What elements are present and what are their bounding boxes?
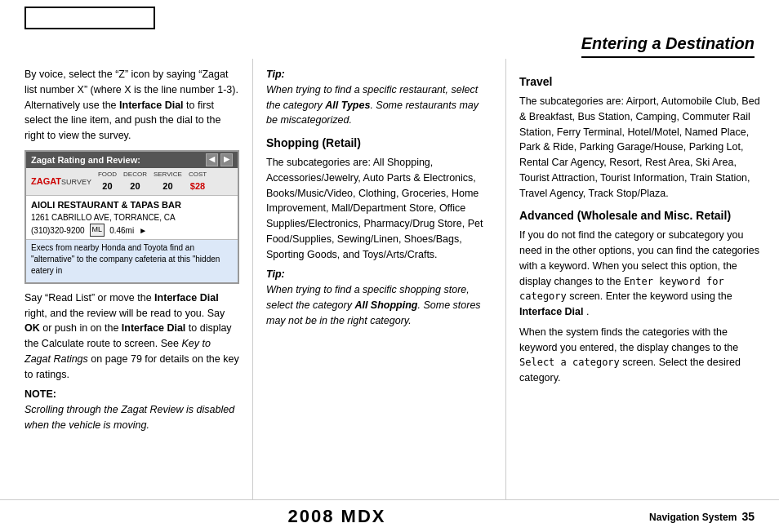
travel-text: The subcategories are: Airport, Automobi… <box>519 94 766 201</box>
middle-column: Tip: When trying to find a specific rest… <box>253 59 506 499</box>
header-box <box>24 7 155 29</box>
zagat-restaurant: AIOLI RESTAURANT & TAPAS BAR 1261 CABRIL… <box>26 196 238 240</box>
zagat-nav-buttons: ◀ ▶ <box>206 153 233 166</box>
advanced-text-3: When the system finds the categories wit… <box>519 326 738 353</box>
zagat-survey-row: ZAGATSURVEY FOOD 20 DECOR 20 SERVICE 20 <box>26 168 238 196</box>
ok-text: OK <box>24 322 40 334</box>
note-text: Scrolling through the Zagat Review is di… <box>24 404 234 431</box>
zagat-rating-box: Zagat Rating and Review: ◀ ▶ ZAGATSURVEY… <box>24 150 239 284</box>
arrow-icon: ► <box>139 224 147 237</box>
content-area: By voice, select the “Z” icon by saying … <box>0 59 779 499</box>
zagat-col-service: SERVICE 20 <box>154 170 182 193</box>
interface-dial-ref-3: Interface Dial <box>122 322 186 334</box>
footer: 2008 MDX Navigation System 35 <box>0 499 779 532</box>
note-label: NOTE: <box>24 388 56 400</box>
interface-dial-ref-2: Interface Dial <box>154 292 219 304</box>
food-label: FOOD <box>98 170 117 180</box>
mode-badge: ML <box>90 224 105 237</box>
restaurant-phone: (310)320-9200 <box>31 224 85 237</box>
distance-badge: 0.46mi <box>109 224 134 237</box>
restaurant-address: 1261 CABRILLO AVE, TORRANCE, CA <box>31 211 233 224</box>
advanced-para1: If you do not find the category or subca… <box>519 228 766 320</box>
read-list-text2: right, and the review will be read to yo… <box>24 308 225 319</box>
restaurant-name: AIOLI RESTAURANT & TAPAS BAR <box>31 198 233 212</box>
zagat-header-left: Zagat Rating and Review: <box>31 153 140 167</box>
zagat-logo: ZAGATSURVEY <box>31 175 91 188</box>
left-para2: Say “Read List” or move the Interface Di… <box>24 290 239 383</box>
note-para: NOTE: Scrolling through the Zagat Review… <box>24 387 239 432</box>
zagat-col-decor: DECOR 20 <box>123 170 147 193</box>
shopping-header: Shopping (Retail) <box>266 135 492 152</box>
shopping-text: The subcategories are: All Shopping, Acc… <box>266 155 492 262</box>
tip2-para: Tip: When trying to find a specific shop… <box>266 267 492 328</box>
footer-right: Navigation System 35 <box>649 510 755 523</box>
advanced-text-2: screen. Enter the keyword using the <box>569 290 732 302</box>
zagat-back-button[interactable]: ◀ <box>206 153 218 166</box>
select-category-display: Select a category <box>519 357 620 368</box>
left-column: By voice, select the “Z” icon by saying … <box>0 59 253 499</box>
advanced-header: Advanced (Wholesale and Misc. Retail) <box>519 207 766 224</box>
zagat-col-cost: COST $28 <box>189 170 207 193</box>
travel-header: Travel <box>519 73 766 91</box>
left-intro-para: By voice, select the “Z” icon by saying … <box>24 67 239 144</box>
zagat-forward-button[interactable]: ▶ <box>220 153 233 166</box>
read-list-text: Say “Read List” or move the <box>24 292 154 304</box>
interface-dial-right: Interface Dial <box>519 306 584 317</box>
zagat-review-text: Execs from nearby Honda and Toyota find … <box>26 240 238 282</box>
right-column: Travel The subcategories are: Airport, A… <box>506 59 779 499</box>
advanced-para2: When the system finds the categories wit… <box>519 325 766 386</box>
cost-label: COST <box>189 170 207 180</box>
period: . <box>586 306 589 317</box>
zagat-columns: FOOD 20 DECOR 20 SERVICE 20 COST $28 <box>98 170 207 193</box>
tip1-para: Tip: When trying to find a specific rest… <box>266 67 492 128</box>
footer-brand: Navigation System <box>649 512 737 523</box>
service-label: SERVICE <box>154 170 182 180</box>
decor-label: DECOR <box>123 170 147 180</box>
or-push-text: or push in on the <box>40 322 122 334</box>
zagat-col-food: FOOD 20 <box>98 170 117 193</box>
footer-page: 35 <box>741 510 755 523</box>
tip1-label: Tip: <box>266 69 285 80</box>
page-title: Entering a Destination <box>581 34 755 58</box>
cost-value: $28 <box>190 180 205 193</box>
food-value: 20 <box>102 180 112 193</box>
service-value: 20 <box>162 180 172 193</box>
tip2-text: When trying to find a specific shopping … <box>266 284 481 326</box>
zagat-header: Zagat Rating and Review: ◀ ▶ <box>26 152 238 169</box>
decor-value: 20 <box>130 180 140 193</box>
interface-dial-ref-1: Interface Dial <box>119 100 184 111</box>
tip1-text: When trying to find a specific restauran… <box>266 84 479 126</box>
footer-model: 2008 MDX <box>288 506 386 527</box>
restaurant-phone-row: (310)320-9200 ML 0.46mi ► <box>31 224 233 237</box>
zagat-header-label: Zagat Rating and Review: <box>31 153 140 167</box>
tip2-label: Tip: <box>266 268 285 280</box>
